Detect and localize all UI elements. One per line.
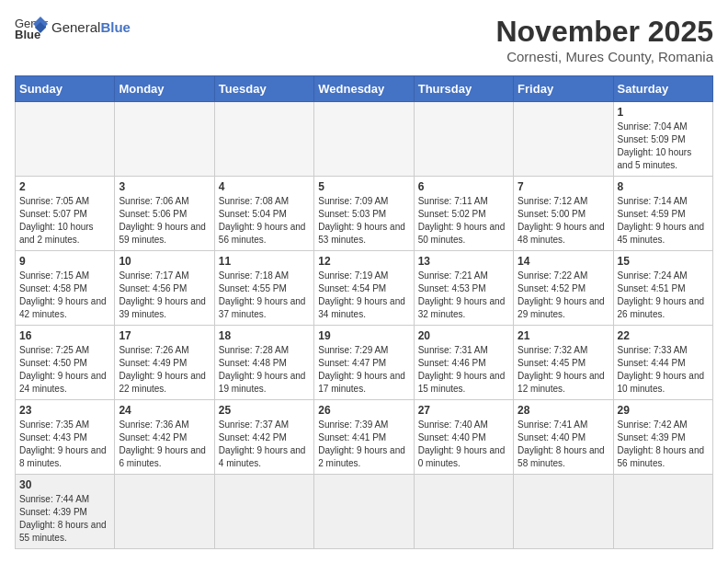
- weekday-header: Sunday: [16, 76, 115, 102]
- logo-text-regular: General: [51, 19, 100, 35]
- day-info: Sunrise: 7:15 AM Sunset: 4:58 PM Dayligh…: [19, 270, 110, 321]
- calendar-day-cell: 5Sunrise: 7:09 AM Sunset: 5:03 PM Daylig…: [314, 177, 414, 251]
- day-info: Sunrise: 7:19 AM Sunset: 4:54 PM Dayligh…: [318, 270, 409, 321]
- day-number: 16: [19, 329, 110, 342]
- calendar-day-cell: [16, 102, 115, 177]
- day-number: 17: [119, 329, 210, 342]
- day-number: 9: [19, 255, 110, 268]
- calendar-day-cell: 8Sunrise: 7:14 AM Sunset: 4:59 PM Daylig…: [613, 177, 712, 251]
- logo-svg: General Blue: [15, 15, 48, 40]
- calendar-day-cell: 6Sunrise: 7:11 AM Sunset: 5:02 PM Daylig…: [414, 177, 513, 251]
- calendar-day-cell: 30Sunrise: 7:44 AM Sunset: 4:39 PM Dayli…: [16, 475, 115, 549]
- calendar-day-cell: 18Sunrise: 7:28 AM Sunset: 4:48 PM Dayli…: [214, 326, 313, 400]
- calendar-day-cell: 19Sunrise: 7:29 AM Sunset: 4:47 PM Dayli…: [314, 326, 414, 400]
- day-info: Sunrise: 7:29 AM Sunset: 4:47 PM Dayligh…: [318, 344, 409, 396]
- day-number: 10: [119, 255, 210, 268]
- calendar-day-cell: 13Sunrise: 7:21 AM Sunset: 4:53 PM Dayli…: [414, 251, 513, 326]
- day-info: Sunrise: 7:06 AM Sunset: 5:06 PM Dayligh…: [119, 195, 210, 247]
- calendar-day-cell: 27Sunrise: 7:40 AM Sunset: 4:40 PM Dayli…: [414, 400, 513, 475]
- day-info: Sunrise: 7:21 AM Sunset: 4:53 PM Dayligh…: [418, 270, 509, 321]
- day-number: 15: [618, 255, 709, 268]
- calendar-day-cell: 12Sunrise: 7:19 AM Sunset: 4:54 PM Dayli…: [314, 251, 414, 326]
- calendar-day-cell: 25Sunrise: 7:37 AM Sunset: 4:42 PM Dayli…: [214, 400, 313, 475]
- day-number: 23: [19, 404, 110, 417]
- day-info: Sunrise: 7:32 AM Sunset: 4:45 PM Dayligh…: [518, 344, 609, 396]
- day-info: Sunrise: 7:31 AM Sunset: 4:46 PM Dayligh…: [418, 344, 509, 396]
- day-number: 2: [19, 180, 110, 193]
- location-title: Cornesti, Mures County, Romania: [495, 49, 713, 64]
- calendar-day-cell: [314, 475, 414, 549]
- day-number: 12: [318, 255, 409, 268]
- day-number: 5: [318, 180, 409, 193]
- day-number: 8: [618, 180, 709, 193]
- calendar-day-cell: [414, 102, 513, 177]
- day-number: 20: [418, 329, 509, 342]
- header: General Blue GeneralBlue November 2025 C…: [15, 15, 713, 64]
- day-number: 6: [418, 180, 509, 193]
- calendar-week-row: 30Sunrise: 7:44 AM Sunset: 4:39 PM Dayli…: [16, 475, 713, 549]
- day-number: 29: [618, 404, 709, 417]
- calendar-day-cell: 17Sunrise: 7:26 AM Sunset: 4:49 PM Dayli…: [115, 326, 214, 400]
- calendar-day-cell: 4Sunrise: 7:08 AM Sunset: 5:04 PM Daylig…: [214, 177, 313, 251]
- title-area: November 2025 Cornesti, Mures County, Ro…: [495, 15, 713, 64]
- day-info: Sunrise: 7:40 AM Sunset: 4:40 PM Dayligh…: [418, 419, 509, 470]
- day-info: Sunrise: 7:14 AM Sunset: 4:59 PM Dayligh…: [618, 195, 709, 247]
- day-info: Sunrise: 7:04 AM Sunset: 5:09 PM Dayligh…: [618, 121, 709, 172]
- day-info: Sunrise: 7:36 AM Sunset: 4:42 PM Dayligh…: [119, 419, 210, 470]
- calendar-week-row: 1Sunrise: 7:04 AM Sunset: 5:09 PM Daylig…: [16, 102, 713, 177]
- calendar-day-cell: 21Sunrise: 7:32 AM Sunset: 4:45 PM Dayli…: [514, 326, 613, 400]
- calendar-day-cell: [214, 475, 313, 549]
- calendar-day-cell: 23Sunrise: 7:35 AM Sunset: 4:43 PM Dayli…: [16, 400, 115, 475]
- day-info: Sunrise: 7:37 AM Sunset: 4:42 PM Dayligh…: [219, 419, 310, 470]
- calendar-week-row: 9Sunrise: 7:15 AM Sunset: 4:58 PM Daylig…: [16, 251, 713, 326]
- calendar-day-cell: 2Sunrise: 7:05 AM Sunset: 5:07 PM Daylig…: [16, 177, 115, 251]
- day-info: Sunrise: 7:35 AM Sunset: 4:43 PM Dayligh…: [19, 419, 110, 470]
- day-info: Sunrise: 7:11 AM Sunset: 5:02 PM Dayligh…: [418, 195, 509, 247]
- weekday-header: Friday: [514, 76, 613, 102]
- calendar-day-cell: 29Sunrise: 7:42 AM Sunset: 4:39 PM Dayli…: [613, 400, 712, 475]
- day-info: Sunrise: 7:09 AM Sunset: 5:03 PM Dayligh…: [318, 195, 409, 247]
- weekday-header: Thursday: [414, 76, 513, 102]
- day-info: Sunrise: 7:05 AM Sunset: 5:07 PM Dayligh…: [19, 195, 110, 247]
- day-number: 24: [119, 404, 210, 417]
- calendar-week-row: 16Sunrise: 7:25 AM Sunset: 4:50 PM Dayli…: [16, 326, 713, 400]
- day-info: Sunrise: 7:25 AM Sunset: 4:50 PM Dayligh…: [19, 344, 110, 396]
- day-number: 11: [219, 255, 310, 268]
- day-info: Sunrise: 7:39 AM Sunset: 4:41 PM Dayligh…: [318, 419, 409, 470]
- calendar-day-cell: 22Sunrise: 7:33 AM Sunset: 4:44 PM Dayli…: [613, 326, 712, 400]
- day-number: 1: [618, 106, 709, 119]
- calendar-day-cell: 20Sunrise: 7:31 AM Sunset: 4:46 PM Dayli…: [414, 326, 513, 400]
- day-number: 4: [219, 180, 310, 193]
- day-number: 21: [518, 329, 609, 342]
- weekday-header: Tuesday: [214, 76, 313, 102]
- calendar-day-cell: [414, 475, 513, 549]
- logo: General Blue GeneralBlue: [15, 15, 131, 40]
- calendar-header-row: SundayMondayTuesdayWednesdayThursdayFrid…: [16, 76, 713, 102]
- day-info: Sunrise: 7:44 AM Sunset: 4:39 PM Dayligh…: [19, 493, 110, 545]
- day-number: 7: [518, 180, 609, 193]
- calendar-day-cell: 28Sunrise: 7:41 AM Sunset: 4:40 PM Dayli…: [514, 400, 613, 475]
- weekday-header: Saturday: [613, 76, 712, 102]
- calendar-day-cell: 10Sunrise: 7:17 AM Sunset: 4:56 PM Dayli…: [115, 251, 214, 326]
- calendar-day-cell: [514, 475, 613, 549]
- day-info: Sunrise: 7:12 AM Sunset: 5:00 PM Dayligh…: [518, 195, 609, 247]
- day-info: Sunrise: 7:08 AM Sunset: 5:04 PM Dayligh…: [219, 195, 310, 247]
- calendar-day-cell: [115, 475, 214, 549]
- day-info: Sunrise: 7:42 AM Sunset: 4:39 PM Dayligh…: [618, 419, 709, 470]
- calendar-week-row: 23Sunrise: 7:35 AM Sunset: 4:43 PM Dayli…: [16, 400, 713, 475]
- day-number: 30: [19, 478, 110, 491]
- month-title: November 2025: [495, 15, 713, 49]
- calendar-day-cell: 7Sunrise: 7:12 AM Sunset: 5:00 PM Daylig…: [514, 177, 613, 251]
- svg-text:Blue: Blue: [15, 28, 40, 40]
- day-number: 13: [418, 255, 509, 268]
- logo-text-bold: Blue: [100, 19, 131, 35]
- day-number: 22: [618, 329, 709, 342]
- day-number: 25: [219, 404, 310, 417]
- calendar-day-cell: [115, 102, 214, 177]
- day-number: 28: [518, 404, 609, 417]
- day-info: Sunrise: 7:26 AM Sunset: 4:49 PM Dayligh…: [119, 344, 210, 396]
- calendar: SundayMondayTuesdayWednesdayThursdayFrid…: [15, 75, 713, 549]
- day-number: 19: [318, 329, 409, 342]
- calendar-day-cell: 14Sunrise: 7:22 AM Sunset: 4:52 PM Dayli…: [514, 251, 613, 326]
- calendar-day-cell: 9Sunrise: 7:15 AM Sunset: 4:58 PM Daylig…: [16, 251, 115, 326]
